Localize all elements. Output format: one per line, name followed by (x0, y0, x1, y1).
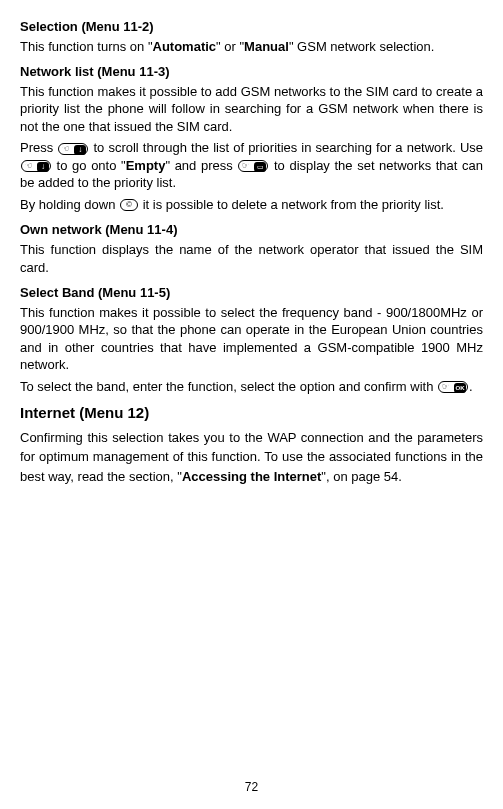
para-selectband-2: To select the band, enter the function, … (20, 378, 483, 396)
text: Press (20, 140, 57, 155)
text: to scroll through the list of priorities… (89, 140, 483, 155)
text: it is possible to delete a network from … (139, 197, 444, 212)
softkey-down-icon: ☜↓ (21, 160, 51, 172)
heading-selection: Selection (Menu 11-2) (20, 18, 483, 36)
para-internet: Confirming this selection takes you to t… (20, 428, 483, 487)
text: This function turns on " (20, 39, 153, 54)
text-bold: Manual (244, 39, 289, 54)
text: To select the band, enter the function, … (20, 379, 437, 394)
page-number: 72 (0, 779, 503, 795)
text: ", on page 54. (321, 469, 402, 484)
para-selection: This function turns on "Automatic" or "M… (20, 38, 483, 56)
softkey-down-icon: ☜↓ (58, 143, 88, 155)
para-networklist-1: This function makes it possible to add G… (20, 83, 483, 136)
para-networklist-3: By holding down © it is possible to dele… (20, 196, 483, 214)
softkey-ok-icon: ☞OK (438, 381, 468, 393)
text: " or " (216, 39, 244, 54)
text-bold: Accessing the Internet (182, 469, 321, 484)
para-networklist-2: Press ☜↓ to scroll through the list of p… (20, 139, 483, 192)
para-selectband-1: This function makes it possible to selec… (20, 304, 483, 374)
heading-selectband: Select Band (Menu 11-5) (20, 284, 483, 302)
text-bold: Automatic (153, 39, 217, 54)
text: . (469, 379, 473, 394)
text: " GSM network selection. (289, 39, 435, 54)
text: to go onto " (52, 158, 126, 173)
softkey-menu-icon: ☞▭ (238, 160, 268, 172)
text: By holding down (20, 197, 119, 212)
heading-internet: Internet (Menu 12) (20, 403, 483, 423)
softkey-c-icon: © (120, 199, 138, 211)
heading-ownnetwork: Own network (Menu 11-4) (20, 221, 483, 239)
para-ownnetwork: This function displays the name of the n… (20, 241, 483, 276)
text-bold: Empty (126, 158, 166, 173)
text: " and press (165, 158, 237, 173)
heading-networklist: Network list (Menu 11-3) (20, 63, 483, 81)
